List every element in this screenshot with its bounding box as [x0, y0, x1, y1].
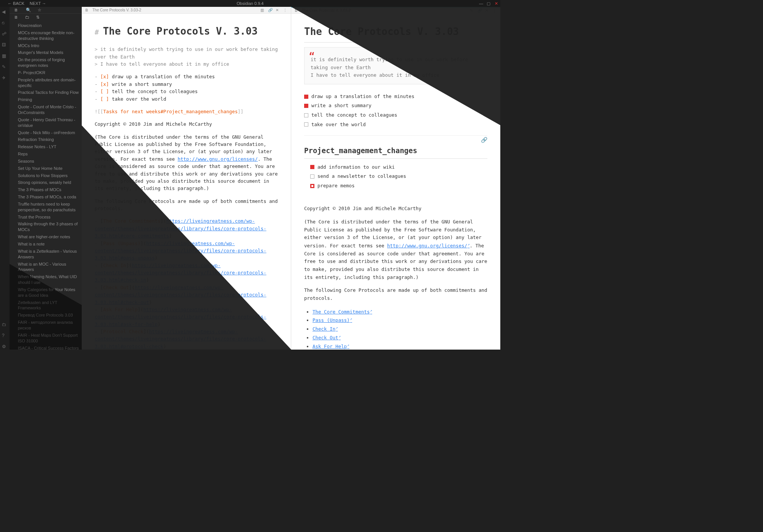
files-tab-icon[interactable]: 🗎	[14, 8, 19, 13]
file-item[interactable]: P- ProjectOKR	[10, 69, 82, 76]
protocol-link[interactable]: Ask For Help↗	[312, 344, 349, 349]
file-item[interactable]: Reps	[10, 150, 82, 158]
file-item[interactable]: What is a note	[10, 241, 82, 248]
protocol-link[interactable]: Check In↗	[312, 326, 338, 332]
task-item[interactable]: tell the concept to colleagues	[304, 111, 487, 120]
file-item[interactable]: Why Categories for Your Notes are a Good…	[10, 286, 82, 299]
protocol-link[interactable]: Check Out↗	[312, 335, 341, 340]
task-line[interactable]: [x] draw up a translation of the minutes	[95, 73, 278, 80]
file-item[interactable]: What are higher-order notes	[10, 233, 82, 241]
file-item[interactable]: Перевод Core Protocols 3.03	[10, 312, 82, 319]
file-item[interactable]: Practical Tactics for Finding Flow	[10, 89, 82, 96]
task-item[interactable]: draw up a translation of the minutes	[304, 92, 487, 101]
file-item[interactable]: ISACA - Critical Success Factors for Con…	[10, 345, 82, 350]
protocol-item: Pass (Unpass)↗	[312, 316, 487, 325]
file-item[interactable]: Flowcreation	[10, 22, 82, 29]
protocol-link[interactable]: The Core Commitments↗	[312, 309, 372, 315]
file-item[interactable]: MOCs Intro	[10, 42, 82, 49]
file-item[interactable]: What is a Zettelkasten - Various Answers	[10, 248, 82, 261]
editor-body[interactable]: The Core Protocols V. 3.03 it is definit…	[82, 14, 291, 350]
task-line[interactable]: [x] write a short summary	[95, 81, 278, 88]
checkbox-icon[interactable]	[304, 104, 308, 108]
file-item[interactable]: Munger's Mental Models	[10, 49, 82, 56]
file-item[interactable]: Zettelkasten and LYT Frameworks	[10, 299, 82, 312]
task-item[interactable]: take over the world	[304, 120, 487, 130]
file-item[interactable]: MOCs encourage flexible non-destructive …	[10, 29, 82, 42]
file-item[interactable]: Release Notes - LYT	[10, 143, 82, 150]
starred-tab-icon[interactable]: ☆	[38, 8, 43, 13]
file-item[interactable]: Quote - Count of Monte Cristo - OnConstr…	[10, 103, 82, 116]
checkbox-icon[interactable]	[304, 122, 308, 127]
collapse-icon[interactable]: ◀	[2, 9, 8, 15]
file-item[interactable]: People's attributes are domain-specific	[10, 76, 82, 89]
checkbox-icon[interactable]	[304, 113, 308, 117]
file-item[interactable]: Trust the Process	[10, 214, 82, 221]
file-item[interactable]: Walking through the 3 phases of MOCs	[10, 220, 82, 233]
embed-link[interactable]: Tasks for next weeks#Project_management_…	[103, 109, 238, 114]
link-pane-icon[interactable]: 🔗	[268, 8, 273, 13]
task-item[interactable]: add information to our wiki	[310, 163, 487, 172]
more-icon[interactable]: ⋮	[283, 8, 288, 13]
random-icon[interactable]: ⚅	[2, 42, 8, 48]
new-note-icon[interactable]: 🗎	[14, 15, 18, 19]
template-icon[interactable]: ✎	[2, 64, 8, 70]
file-item[interactable]: FAIR - Heat Maps Don't Support ISO 31000	[10, 332, 82, 345]
close-pane-icon[interactable]: ✕	[485, 8, 490, 13]
file-item[interactable]: Priming	[10, 96, 82, 103]
file-item[interactable]: What is an MOC - Various Answers	[10, 261, 82, 274]
preview-pane: 🗎 The Core Protocols V. 3.03-2 ✎ 🔗 ✕ ⋮ T…	[291, 7, 500, 350]
vault-icon[interactable]: 🗀	[2, 322, 8, 328]
back-button[interactable]: ← BACK	[8, 1, 24, 6]
file-item[interactable]: When Naming Notes, What UID should I use	[10, 273, 82, 286]
preview-toggle-icon[interactable]: ▥	[260, 8, 265, 13]
checkbox-icon[interactable]	[310, 184, 314, 188]
preview-body[interactable]: The Core Protocols V. 3.03 it is definit…	[291, 14, 500, 350]
search-tab-icon[interactable]: 🔍	[26, 8, 31, 13]
file-item[interactable]: Truffle hunters need to keep perspective…	[10, 201, 82, 214]
license-link[interactable]: http://www.gnu.org/licenses/↗	[387, 243, 470, 249]
file-item[interactable]: Seasons	[10, 158, 82, 165]
link-pane-icon[interactable]: 🔗	[477, 8, 482, 13]
close-pane-icon[interactable]: ✕	[276, 8, 280, 13]
copyright: Copyright © 2010 Jim and Michele McCarth…	[95, 120, 278, 128]
close-icon[interactable]: ✕	[494, 1, 498, 6]
sort-icon[interactable]: ⇅	[36, 15, 40, 20]
anchor-icon[interactable]: 🔗	[481, 136, 487, 144]
file-item[interactable]: Refraction Thinking	[10, 136, 82, 143]
settings-icon[interactable]: ⚙	[2, 344, 8, 350]
task-line[interactable]: [ ] take over the world	[95, 95, 278, 103]
task-item[interactable]: write a short summary	[304, 101, 487, 111]
minimize-icon[interactable]: —	[479, 1, 483, 6]
file-item[interactable]: Set Up Your Home Note	[10, 165, 82, 172]
copyright: Copyright © 2010 Jim and Michele McCarth…	[304, 205, 487, 213]
protocol-link[interactable]: Pass (Unpass)↗	[312, 317, 352, 323]
checkbox-icon[interactable]	[310, 165, 314, 169]
maximize-icon[interactable]: ▢	[487, 1, 490, 6]
file-item[interactable]: On the process of forging evergreen note…	[10, 56, 82, 69]
file-item[interactable]: FAIR - методология анализа рисков	[10, 319, 82, 332]
file-item[interactable]: Strong opinions, weakly held	[10, 179, 82, 186]
file-item[interactable]: The 3 Phases of MOCs, a coda	[10, 193, 82, 201]
checkbox-icon[interactable]	[310, 174, 314, 179]
task-item[interactable]: prepare memos	[310, 181, 487, 191]
file-item[interactable]: Quote - Henry David Thoreau - onValue	[10, 116, 82, 129]
file-item[interactable]: Quote - Nick Milo - onFreedom	[10, 129, 82, 136]
task-item[interactable]: send a newsletter to colleagues	[310, 172, 487, 181]
quick-switcher-icon[interactable]: ⎋	[2, 20, 8, 26]
file-item[interactable]: The 3 Phases of MOCs	[10, 186, 82, 193]
edit-toggle-icon[interactable]: ✎	[470, 8, 474, 13]
file-tree[interactable]: FlowcreationMOCs encourage flexible non-…	[10, 21, 82, 350]
new-folder-icon[interactable]: 🗀	[25, 15, 29, 19]
license-link[interactable]: http://www.gnu.org/licenses/	[178, 156, 258, 162]
help-icon[interactable]: ?	[2, 333, 8, 339]
protocol-line: [The Core Commitments](https://liveingre…	[95, 217, 278, 239]
protocol-line: [Pass (Unpass)](https://liveingreatness.…	[95, 240, 278, 262]
graph-icon[interactable]: ☍	[2, 31, 8, 37]
file-item[interactable]: Solutions to Flow Stoppers	[10, 172, 82, 179]
next-button[interactable]: NEXT →	[30, 1, 46, 6]
checkbox-icon[interactable]	[304, 95, 308, 99]
calendar-icon[interactable]: ▦	[2, 53, 8, 59]
more-icon[interactable]: ⋮	[493, 8, 497, 13]
publish-icon[interactable]: ✈	[2, 75, 8, 81]
task-line[interactable]: [ ] tell the concept to colleagues	[95, 88, 278, 95]
